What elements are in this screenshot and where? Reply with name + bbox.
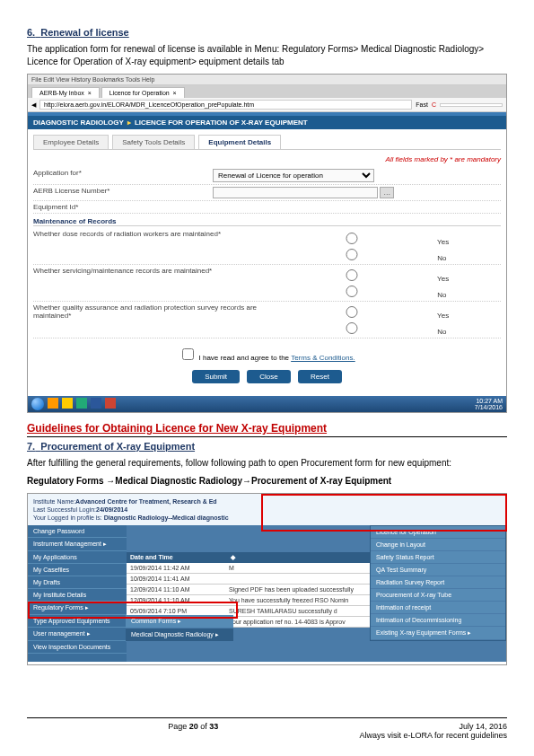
s2-sidebar: Change Password Instrument Management ▸ …	[28, 525, 127, 662]
sidebar-my-institute[interactable]: My Institute Details	[28, 589, 127, 602]
sidebar-my-drafts[interactable]: My Drafts	[28, 576, 127, 589]
s2-dropdown-menu: Licence for Operation Change in Layout S…	[370, 525, 506, 641]
section-7-heading: 7. Procurement of X-ray Equipment	[27, 441, 507, 452]
pdf-icon[interactable]	[105, 398, 116, 409]
menu-safety-status[interactable]: Safety Status Report	[371, 551, 505, 564]
radio-qa-no[interactable]: No	[267, 328, 446, 336]
back-icon[interactable]: ◀	[31, 101, 36, 109]
sidebar-regulatory-forms[interactable]: Regulatory Forms ▸	[28, 602, 127, 615]
taskbar-clock: 10:27 AM	[475, 398, 503, 404]
mandatory-note: All fields marked by * are mandatory	[33, 155, 501, 163]
terms-checkbox[interactable]: I have read and agree to the Terms & Con…	[179, 354, 355, 362]
taskbar-date: 7/14/2016	[475, 404, 503, 410]
page-footer: Page 20 of 33 July 14, 2016 Always visit…	[27, 717, 507, 740]
menu-decommissioning[interactable]: Intimation of Decommissioning	[371, 614, 505, 627]
s2-submenu: Common Forms ▸ Medical Diagnostic Radiol…	[126, 615, 233, 642]
sidebar-instrument-mgmt[interactable]: Instrument Management ▸	[28, 538, 127, 551]
explorer-icon[interactable]	[62, 398, 73, 409]
section-7-intro: After fulfilling the general requirement…	[27, 457, 507, 470]
c-icon: C	[432, 101, 436, 108]
menu-intimation-receipt[interactable]: Intimation of receipt	[371, 602, 505, 614]
section-7-path: Regulatory Forms →Medical Diagnostic Rad…	[27, 475, 507, 488]
word-icon[interactable]	[91, 398, 101, 409]
browser-tab-licence[interactable]: Licence for Operation ×	[101, 87, 185, 98]
close-button[interactable]: Close	[247, 370, 290, 383]
radio-serv-no[interactable]: No	[267, 291, 446, 299]
menu-change-layout[interactable]: Change in Layout	[371, 539, 505, 551]
page-number: Page 20 of 33	[168, 722, 218, 740]
submenu-medical-radiology[interactable]: Medical Diagnostic Radiology ▸	[126, 629, 233, 642]
fast-label: Fast	[416, 101, 428, 108]
s2-header: Institute Name:Advanced Centre for Treat…	[28, 494, 506, 525]
screenshot-renewal-form: File Edit View History Bookmarks Tools H…	[27, 74, 507, 413]
submit-button[interactable]: Submit	[192, 370, 240, 383]
sidebar-my-applications[interactable]: My Applications	[28, 551, 127, 564]
search-box[interactable]	[440, 103, 503, 107]
radio-serv-yes[interactable]: Yes	[267, 275, 449, 283]
guidelines-heading: Guidelines for Obtaining Licence for New…	[27, 422, 507, 437]
screenshot-procurement-menu: Institute Name:Advanced Centre for Treat…	[27, 493, 507, 665]
app-titlebar: DIAGNOSTIC RADIOLOGY▸LICENCE FOR OPERATI…	[28, 116, 506, 129]
radio-qa-yes[interactable]: Yes	[267, 312, 449, 320]
sidebar-change-password[interactable]: Change Password	[28, 525, 127, 538]
submenu-common-forms[interactable]: Common Forms ▸	[126, 615, 233, 629]
sidebar-user-mgmt[interactable]: User management ▸	[28, 628, 127, 641]
footer-note: Always visit e-LORA for recent guideline…	[359, 731, 507, 740]
label-dose-records: Whether dose records of radiation worker…	[33, 230, 267, 262]
radio-dose-no[interactable]: No	[267, 254, 446, 262]
excel-icon[interactable]	[76, 398, 87, 409]
radio-dose-yes[interactable]: Yes	[267, 238, 449, 246]
browser-menubar: File Edit View History Bookmarks Tools H…	[28, 75, 506, 85]
url-field[interactable]: http://elora.aerb.gov.in/ELORA/MDR_Licen…	[39, 100, 412, 110]
label-servicing-records: Whether servicing/maintenance records ar…	[33, 267, 267, 299]
section-6-heading: 6. Renewal of license	[27, 27, 507, 38]
browser-tab-inbox[interactable]: AERB-My Inbox ×	[31, 87, 100, 98]
label-aerb-license: AERB License Number*	[33, 187, 213, 198]
section-6-intro: The application form for renewal of lice…	[27, 43, 507, 68]
sidebar-my-casefiles[interactable]: My Casefiles	[28, 564, 127, 576]
label-qa-records: Whether quality assurance and radiation …	[33, 303, 267, 336]
footer-date: July 14, 2016	[359, 722, 507, 731]
reset-button[interactable]: Reset	[298, 370, 342, 383]
tab-safety-tools[interactable]: Safety Tools Details	[112, 135, 195, 149]
label-equipment-id: Equipment Id*	[33, 203, 213, 211]
chevron-right-icon: ▸	[127, 119, 131, 127]
menu-existing-forms[interactable]: Existing X-ray Equipment Forms ▸	[371, 627, 505, 640]
windows-taskbar: 10:27 AM 7/14/2016	[28, 396, 506, 412]
tab-employee-details[interactable]: Employee Details	[33, 135, 109, 149]
terms-link[interactable]: Terms & Conditions.	[291, 354, 355, 362]
input-aerb-license[interactable]	[213, 187, 378, 198]
menu-procurement-tube[interactable]: Procurement of X-ray Tube	[371, 589, 505, 602]
sidebar-type-approved[interactable]: Type Approved Equipments	[28, 615, 127, 628]
firefox-icon[interactable]	[48, 398, 58, 409]
menu-licence-operation[interactable]: Licence for Operation	[371, 526, 505, 539]
sidebar-view-inspection[interactable]: View Inspection Documents	[28, 641, 127, 654]
start-button-icon[interactable]	[31, 398, 44, 410]
menu-qa-test[interactable]: QA Test Summary	[371, 564, 505, 576]
label-application-for: Application for*	[33, 169, 213, 182]
lookup-button[interactable]: …	[380, 187, 394, 198]
select-application-for[interactable]: Renewal of Licence for operation	[213, 169, 374, 182]
menu-radiation-survey[interactable]: Radiation Survey Report	[371, 576, 505, 589]
tab-equipment-details[interactable]: Equipment Details	[198, 135, 281, 149]
maintenance-heading: Maintenance of Records	[33, 217, 501, 226]
